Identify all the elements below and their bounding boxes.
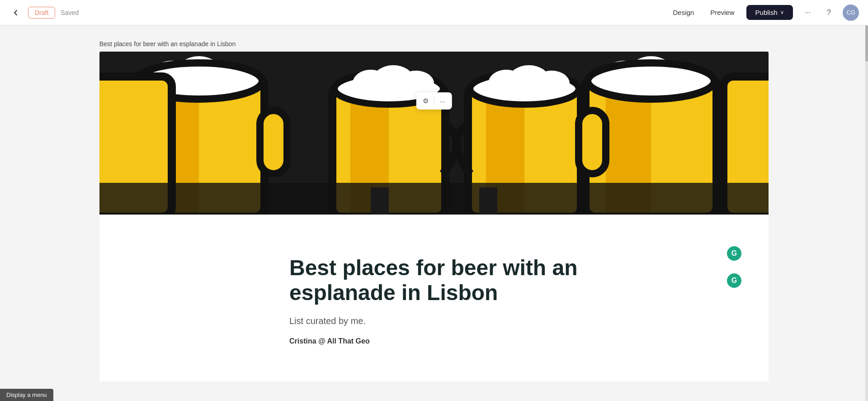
- saved-label: Saved: [61, 9, 79, 16]
- publish-label: Publish: [755, 9, 778, 16]
- help-button[interactable]: ?: [822, 6, 835, 19]
- toolbar-separator: [434, 96, 434, 105]
- hero-image: [99, 52, 769, 215]
- scrollbar-track[interactable]: [865, 25, 868, 401]
- svg-rect-28: [579, 110, 606, 174]
- chevron-down-icon: ∨: [780, 10, 784, 15]
- toolbar-right: Design Preview Publish ∨ ··· ? CG: [668, 5, 859, 21]
- preview-button[interactable]: Preview: [706, 6, 739, 19]
- avatar-button[interactable]: CG: [843, 5, 859, 21]
- svg-rect-40: [371, 187, 389, 215]
- hero-image-area[interactable]: ⚙ ···: [99, 52, 769, 215]
- breadcrumb-text: Best places for beer with an esplanade i…: [99, 40, 236, 48]
- main-content: Best places for beer with an esplanade i…: [0, 25, 868, 401]
- svg-rect-4: [260, 110, 287, 174]
- scrollbar-thumb[interactable]: [865, 25, 868, 62]
- article-content: Best places for beer with an esplanade i…: [262, 237, 606, 363]
- article-body: Best places for beer with an esplanade i…: [99, 215, 769, 382]
- article-subtitle: List curated by me.: [289, 316, 579, 326]
- toolbar-left: Draft Saved: [9, 6, 79, 19]
- article-title: Best places for beer with an esplanade i…: [289, 255, 579, 305]
- more-icon: ···: [440, 97, 446, 105]
- publish-button[interactable]: Publish ∨: [746, 5, 793, 20]
- image-more-button[interactable]: ···: [436, 95, 449, 108]
- display-menu-label: Display a menu: [6, 391, 47, 398]
- gear-icon: ⚙: [423, 97, 429, 105]
- main-toolbar: Draft Saved Design Preview Publish ∨ ···…: [0, 0, 868, 25]
- editor-area: Best places for beer with an esplanade i…: [90, 25, 778, 382]
- back-button[interactable]: [9, 6, 23, 19]
- more-options-button[interactable]: ···: [800, 6, 815, 19]
- image-block-toolbar: ⚙ ···: [416, 92, 452, 110]
- content-block: ⚙ ··· Best places for beer with an espla…: [99, 52, 769, 382]
- back-arrow-icon: [12, 9, 20, 17]
- svg-point-24: [533, 71, 570, 96]
- svg-rect-39: [99, 183, 769, 215]
- draft-button[interactable]: Draft: [28, 7, 55, 19]
- collaborator-avatar-title[interactable]: G: [727, 246, 741, 261]
- display-menu-bar[interactable]: Display a menu: [0, 389, 53, 401]
- breadcrumb: Best places for beer with an esplanade i…: [99, 34, 769, 52]
- collaborator-avatar-subtitle[interactable]: G: [727, 273, 741, 288]
- design-button[interactable]: Design: [668, 6, 698, 19]
- image-settings-button[interactable]: ⚙: [419, 94, 432, 108]
- svg-rect-41: [479, 187, 497, 215]
- article-author: Cristina @ All That Geo: [289, 337, 579, 345]
